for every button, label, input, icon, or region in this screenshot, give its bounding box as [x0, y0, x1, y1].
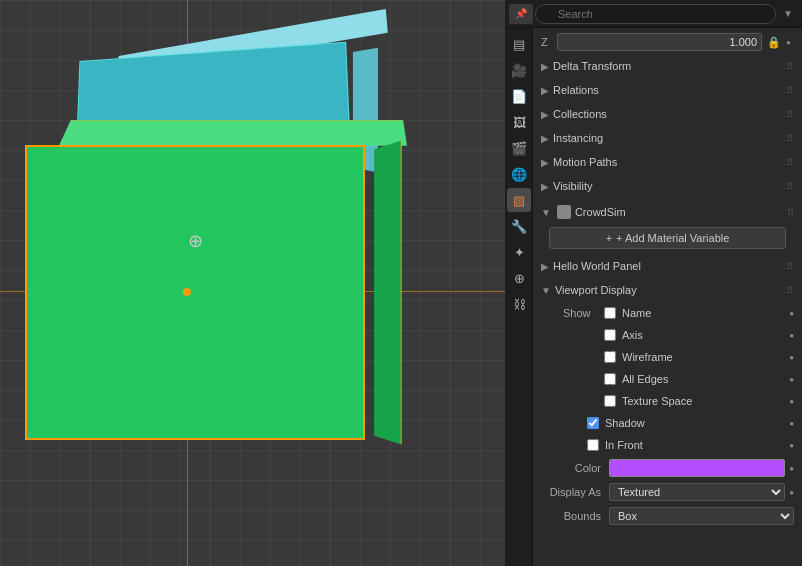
show-texture-space-row: Texture Space ● [533, 390, 802, 412]
collections-arrow: ▶ [541, 109, 549, 120]
bounds-label: Bounds [541, 510, 601, 522]
3d-viewport[interactable]: ⊕ [0, 0, 505, 566]
material-row: ▼ CrowdSim ⠿ [541, 200, 794, 224]
object-props-icon[interactable]: ▧ [507, 188, 531, 212]
wireframe-check-label: Wireframe [622, 351, 783, 363]
viewport-display-drag: ⠿ [786, 285, 794, 296]
axis-dot[interactable]: ● [789, 331, 794, 340]
instancing-section[interactable]: ▶ Instancing ⠿ [533, 126, 802, 150]
wireframe-dot[interactable]: ● [789, 353, 794, 362]
in-front-row: In Front ● [533, 434, 802, 456]
color-label: Color [541, 462, 601, 474]
display-as-label: Display As [541, 486, 601, 498]
material-name: CrowdSim [575, 206, 626, 218]
world-icon[interactable]: 🌐 [507, 162, 531, 186]
particles-icon[interactable]: ✦ [507, 240, 531, 264]
name-dot[interactable]: ● [789, 309, 794, 318]
show-wireframe-row: Wireframe ● [533, 346, 802, 368]
color-dot[interactable]: ● [789, 464, 794, 473]
name-checkbox[interactable] [604, 307, 616, 319]
all-edges-check-label: All Edges [622, 373, 783, 385]
axis-check-label: Axis [622, 329, 783, 341]
shadow-checkbox[interactable] [587, 417, 599, 429]
display-as-row: Display As Textured Solid Wire Bounds ● [533, 480, 802, 504]
visibility-drag: ⠿ [786, 181, 794, 192]
color-row: Color ● [533, 456, 802, 480]
display-as-dot[interactable]: ● [789, 488, 794, 497]
instancing-drag: ⠿ [786, 133, 794, 144]
material-expand-arrow[interactable]: ▼ [541, 207, 551, 218]
panel-options-button[interactable]: ▼ [778, 4, 798, 24]
in-front-checkbox[interactable] [587, 439, 599, 451]
z-dot-button[interactable]: ● [786, 38, 794, 46]
delta-transform-drag: ⠿ [786, 61, 794, 72]
modifier-icon[interactable]: 🔧 [507, 214, 531, 238]
viewport-display-section[interactable]: ▼ Viewport Display ⠿ [533, 278, 802, 302]
z-value-row: Z 🔒 ● [533, 30, 802, 54]
collections-label: Collections [553, 108, 607, 120]
collections-section[interactable]: ▶ Collections ⠿ [533, 102, 802, 126]
cube-green-front-face [25, 145, 365, 440]
material-icon [557, 205, 571, 219]
instancing-arrow: ▶ [541, 133, 549, 144]
search-input[interactable] [535, 4, 776, 24]
motion-paths-label: Motion Paths [553, 156, 617, 168]
visibility-label: Visibility [553, 180, 593, 192]
scene-icon[interactable]: ▤ [507, 32, 531, 56]
texture-space-checkbox[interactable] [604, 395, 616, 407]
all-edges-dot[interactable]: ● [789, 375, 794, 384]
scene-data-icon[interactable]: 🎬 [507, 136, 531, 160]
crosshair-cursor: ⊕ [188, 230, 208, 250]
add-material-button[interactable]: + + Add Material Variable [549, 227, 786, 249]
render-icon[interactable]: 🎥 [507, 58, 531, 82]
wireframe-checkbox[interactable] [604, 351, 616, 363]
hello-world-drag: ⠿ [786, 261, 794, 272]
bounds-select[interactable]: Box Sphere Cylinder [609, 507, 794, 525]
name-check-label: Name [622, 307, 783, 319]
origin-dot [183, 288, 191, 296]
hello-world-section[interactable]: ▶ Hello World Panel ⠿ [533, 254, 802, 278]
texture-space-dot[interactable]: ● [789, 397, 794, 406]
properties-panel: 📌 🔍 ▼ ▤ 🎥 📄 🖼 🎬 🌐 ▧ 🔧 ✦ ⊕ ⛓ Z [505, 0, 802, 566]
z-lock-button[interactable]: 🔒 [766, 34, 782, 50]
shadow-row: Shadow ● [533, 412, 802, 434]
shadow-dot[interactable]: ● [789, 419, 794, 428]
delta-transform-arrow: ▶ [541, 61, 549, 72]
viewport-display-arrow: ▼ [541, 285, 551, 296]
texture-space-check-label: Texture Space [622, 395, 783, 407]
shadow-label: Shadow [605, 417, 783, 429]
relations-label: Relations [553, 84, 599, 96]
delta-transform-section[interactable]: ▶ Delta Transform ⠿ [533, 54, 802, 78]
motion-paths-drag: ⠿ [786, 157, 794, 168]
show-all-edges-row: All Edges ● [533, 368, 802, 390]
material-drag: ⠿ [787, 207, 794, 218]
constraints-icon[interactable]: ⛓ [507, 292, 531, 316]
delta-transform-label: Delta Transform [553, 60, 631, 72]
motion-paths-section[interactable]: ▶ Motion Paths ⠿ [533, 150, 802, 174]
all-edges-checkbox[interactable] [604, 373, 616, 385]
show-label: Show [563, 307, 598, 319]
color-swatch[interactable] [609, 459, 785, 477]
output-icon[interactable]: 📄 [507, 84, 531, 108]
axis-checkbox[interactable] [604, 329, 616, 341]
show-axis-row: Axis ● [533, 324, 802, 346]
show-name-row: Show Name ● [533, 302, 802, 324]
panel-toolbar: 📌 🔍 ▼ [505, 0, 802, 28]
in-front-label: In Front [605, 439, 783, 451]
pin-button[interactable]: 📌 [509, 4, 533, 24]
panel-body: ▤ 🎥 📄 🖼 🎬 🌐 ▧ 🔧 ✦ ⊕ ⛓ Z 🔒 ● ▶ De [505, 28, 802, 566]
physics-icon[interactable]: ⊕ [507, 266, 531, 290]
visibility-arrow: ▶ [541, 181, 549, 192]
view-layer-icon[interactable]: 🖼 [507, 110, 531, 134]
z-input[interactable] [557, 33, 762, 51]
cube-green-side-face [374, 140, 402, 444]
visibility-section[interactable]: ▶ Visibility ⠿ [533, 174, 802, 198]
relations-section[interactable]: ▶ Relations ⠿ [533, 78, 802, 102]
display-as-select[interactable]: Textured Solid Wire Bounds [609, 483, 785, 501]
side-icon-bar: ▤ 🎥 📄 🖼 🎬 🌐 ▧ 🔧 ✦ ⊕ ⛓ [505, 28, 533, 566]
motion-paths-arrow: ▶ [541, 157, 549, 168]
z-label: Z [541, 36, 553, 48]
viewport-display-label: Viewport Display [555, 284, 637, 296]
hello-world-label: Hello World Panel [553, 260, 641, 272]
in-front-dot[interactable]: ● [789, 441, 794, 450]
